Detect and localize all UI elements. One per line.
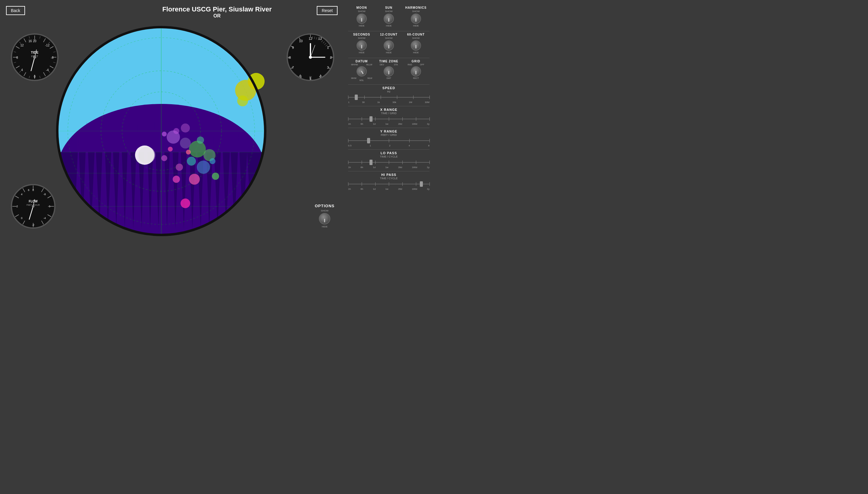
svg-text:FLOW: FLOW bbox=[29, 200, 38, 203]
x-range-subtitle: TIME / GRID bbox=[348, 112, 429, 115]
lo-pass-thumb[interactable] bbox=[370, 160, 372, 165]
lo-pass-label-3: 1d bbox=[373, 166, 375, 169]
x-range-track[interactable] bbox=[348, 116, 429, 122]
datum-knob[interactable] bbox=[355, 64, 369, 78]
datum-label: DATUM bbox=[348, 60, 375, 63]
speed-thumb[interactable] bbox=[355, 95, 358, 100]
hi-pass-track[interactable] bbox=[348, 181, 429, 187]
svg-point-38 bbox=[33, 56, 36, 59]
x-range-tick-7 bbox=[429, 117, 430, 121]
y-range-section: Y RANGE FEET / GRID 0.5 1 2 4 8 bbox=[348, 130, 429, 147]
timezone-knob[interactable] bbox=[384, 66, 394, 77]
main-visualization bbox=[47, 25, 276, 236]
seconds-control: SECONDS SHOW HIDE bbox=[348, 33, 375, 55]
x-range-tick-1 bbox=[348, 117, 348, 121]
lo-pass-subtitle: TIME / CYCLE bbox=[348, 155, 429, 158]
seconds-show-label: SHOW bbox=[348, 37, 375, 39]
svg-text:10: 10 bbox=[299, 39, 302, 43]
reset-button[interactable]: Reset bbox=[317, 6, 337, 15]
svg-point-131 bbox=[197, 136, 204, 144]
lo-pass-label-2: 6h bbox=[361, 166, 363, 169]
timezone-top-labels: DEV STA bbox=[380, 63, 398, 66]
speed-label-4: 30k bbox=[392, 101, 396, 103]
svg-text:30: 30 bbox=[309, 76, 312, 78]
datum-top-labels: MHHW MLLW bbox=[351, 63, 372, 66]
twelve-count-show-label: SHOW bbox=[375, 37, 402, 39]
lo-pass-tick-3 bbox=[375, 160, 375, 164]
svg-text:-4: -4 bbox=[43, 216, 46, 220]
hi-pass-tick-4 bbox=[389, 182, 389, 186]
x-range-tick-3 bbox=[375, 117, 375, 121]
svg-point-113 bbox=[138, 147, 155, 164]
grid-knob[interactable] bbox=[411, 66, 421, 77]
seconds-knob[interactable] bbox=[356, 40, 367, 51]
svg-text:20: 20 bbox=[33, 39, 36, 43]
options-block: OPTIONS SHOW HIDE bbox=[315, 204, 335, 229]
svg-text:8: 8 bbox=[16, 56, 18, 59]
hi-pass-label-2: 6h bbox=[361, 188, 363, 190]
sixty-count-knob[interactable] bbox=[411, 40, 421, 51]
divider-5 bbox=[348, 128, 429, 128]
speed-labels: 1 30 1k 30k 1M 30M bbox=[348, 101, 429, 103]
svg-point-135 bbox=[181, 198, 190, 208]
divider-7 bbox=[348, 171, 429, 171]
x-range-tick-5 bbox=[402, 117, 403, 121]
header: Back Florence USCG Pier, Siuslaw River O… bbox=[0, 0, 434, 24]
grid-rad: RAD bbox=[408, 63, 412, 66]
grid-control: GRID RAD OFF RECT bbox=[402, 60, 429, 79]
x-range-label-4: 1w bbox=[385, 122, 388, 125]
hi-pass-label-4: 1w bbox=[385, 188, 388, 190]
options-knob[interactable] bbox=[319, 213, 330, 224]
y-range-tick-5 bbox=[429, 139, 430, 142]
harmonics-hide-label: HIDE bbox=[402, 24, 429, 27]
x-range-label-2: 6h bbox=[361, 122, 363, 125]
twelve-count-knob[interactable] bbox=[384, 40, 394, 51]
svg-point-132 bbox=[186, 150, 191, 154]
hi-pass-tick-3 bbox=[375, 182, 375, 186]
divider-2 bbox=[348, 58, 429, 58]
grid-top-labels: RAD OFF bbox=[408, 63, 424, 66]
x-range-label-1: 1h bbox=[348, 122, 351, 125]
x-range-label-6: 180d bbox=[412, 122, 417, 125]
svg-point-134 bbox=[173, 176, 180, 183]
datum-bottom-labels: MHW MLW bbox=[351, 77, 372, 79]
datum-control: DATUM MHHW MLLW MHW MLW MSL bbox=[348, 60, 375, 81]
hi-pass-tick-1 bbox=[348, 182, 348, 186]
options-label: OPTIONS bbox=[315, 204, 335, 208]
lo-pass-label-6: 180d bbox=[412, 166, 417, 169]
hi-pass-label-3: 1d bbox=[373, 188, 375, 190]
lo-pass-line bbox=[348, 162, 429, 163]
page-title: Florence USCG Pier, Siuslaw River bbox=[162, 5, 272, 13]
speed-track[interactable] bbox=[348, 94, 429, 100]
speed-tick-1 bbox=[348, 95, 348, 99]
x-range-title: X RANGE bbox=[348, 108, 429, 111]
svg-point-163 bbox=[32, 205, 34, 208]
y-range-track[interactable] bbox=[348, 138, 429, 144]
x-range-section: X RANGE TIME / GRID 1h 6h 1d 1w 28d 180d… bbox=[348, 108, 429, 125]
datum-mlw: MLW bbox=[367, 77, 372, 79]
x-range-line bbox=[348, 119, 429, 119]
page-subtitle: OR bbox=[162, 13, 272, 19]
x-range-thumb[interactable] bbox=[370, 116, 372, 122]
hi-pass-line bbox=[348, 184, 429, 184]
hi-pass-labels: 1h 6h 1d 1w 28d 180d 2y bbox=[348, 188, 429, 190]
speed-tick-2 bbox=[364, 95, 365, 99]
y-range-title: Y RANGE bbox=[348, 130, 429, 133]
hi-pass-section: HI PASS TIME / CYCLE 1h 6h 1d 1w 28d 180… bbox=[348, 173, 429, 190]
back-button[interactable]: Back bbox=[6, 6, 25, 15]
timezone-sta: STA bbox=[394, 63, 398, 66]
lo-pass-label-5: 28d bbox=[398, 166, 402, 169]
hi-pass-thumb[interactable] bbox=[420, 181, 423, 187]
grid-rect: RECT bbox=[402, 77, 429, 79]
y-range-subtitle: FEET / GRID bbox=[348, 133, 429, 136]
x-range-label-3: 1d bbox=[373, 122, 375, 125]
svg-point-127 bbox=[173, 128, 179, 134]
lo-pass-label-7: 2y bbox=[427, 166, 429, 169]
lo-pass-track[interactable] bbox=[348, 159, 429, 165]
x-range-label-7: 2y bbox=[427, 122, 429, 125]
sun-hide-label: HIDE bbox=[375, 24, 402, 27]
seconds-label: SECONDS bbox=[348, 33, 375, 36]
hi-pass-title: HI PASS bbox=[348, 173, 429, 176]
y-range-label-2: 1 bbox=[370, 144, 371, 147]
speed-tick-6 bbox=[429, 95, 430, 99]
